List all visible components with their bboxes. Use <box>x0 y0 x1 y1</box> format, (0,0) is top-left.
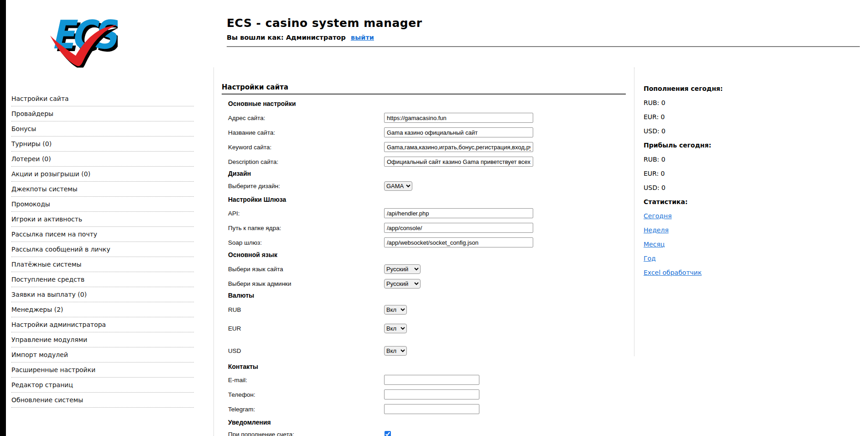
sidebar-item[interactable]: Поступление средств <box>11 272 194 287</box>
soap-label: Soap шлюз: <box>228 239 384 246</box>
sidebar-item[interactable]: Импорт модулей <box>11 347 194 362</box>
stats-link-excel[interactable]: Excel обработчик <box>644 269 702 276</box>
site-name-label: Название сайта: <box>228 129 384 136</box>
logged-in-label: Вы вошли как: Администратор <box>227 34 346 41</box>
usd-row: USD Вкл <box>228 346 407 356</box>
api-row: API: <box>228 208 533 218</box>
sidebar-item[interactable]: Игроки и активность <box>11 212 194 227</box>
section-language: Основной язык <box>228 250 277 260</box>
phone-label: Телефон: <box>228 391 384 398</box>
section-currencies: Валюты <box>228 290 254 300</box>
sidebar-item[interactable]: Настройки администратора <box>11 317 194 332</box>
logged-in-status: Вы вошли как: Администратор выйти <box>227 34 374 41</box>
usd-label: USD <box>228 347 384 354</box>
stats-link-today[interactable]: Сегодня <box>644 212 672 220</box>
sidebar-item[interactable]: Лотереи (0) <box>11 152 194 167</box>
notify-topup-checkbox[interactable] <box>385 431 391 436</box>
stats-panel: Пополнения сегодня: RUB: 0 EUR: 0 USD: 0… <box>644 85 835 283</box>
soap-row: Soap шлюз: <box>228 237 533 247</box>
section-title: Настройки сайта <box>222 83 288 91</box>
sidebar-item[interactable]: Рассылка сообщений в личку <box>11 242 194 257</box>
admin-page: ECS ECS ECS - casino system manager Вы в… <box>0 0 868 436</box>
sidebar-item[interactable]: Заявки на выплату (0) <box>11 287 194 302</box>
keyword-input[interactable] <box>384 142 533 152</box>
sidebar-item[interactable]: Рассылка писем на почту <box>11 227 194 242</box>
topups-header: Пополнения сегодня: <box>644 85 835 95</box>
section-basic-settings: Основные настройки <box>228 99 296 109</box>
site-address-row: Адрес сайта: <box>228 113 533 123</box>
sidebar-item[interactable]: Платёжные системы <box>11 257 194 272</box>
telegram-label: Telegram: <box>228 406 384 413</box>
sidebar-item[interactable]: Менеджеры (2) <box>11 302 194 317</box>
eur-row: EUR Вкл <box>228 323 407 333</box>
stats-header: Статистика: <box>644 198 835 208</box>
core-path-input[interactable] <box>384 223 533 233</box>
stats-link-month[interactable]: Месяц <box>644 241 665 248</box>
profit-header: Прибыль сегодня: <box>644 142 835 152</box>
site-name-row: Название сайта: <box>228 127 533 137</box>
api-label: API: <box>228 210 384 217</box>
email-label: E-mail: <box>228 377 384 383</box>
admin-lang-select[interactable]: Русский <box>384 279 421 289</box>
profit-usd: USD: 0 <box>644 184 835 194</box>
section-title-underline <box>222 94 626 95</box>
keyword-label: Keyword сайта: <box>228 144 384 151</box>
topup-rub: RUB: 0 <box>644 99 835 109</box>
description-label: Description сайта: <box>228 158 384 165</box>
main-stats-divider <box>634 68 634 356</box>
logout-link[interactable]: выйти <box>351 34 374 41</box>
profit-rub: RUB: 0 <box>644 156 835 166</box>
usd-select[interactable]: Вкл <box>384 346 407 356</box>
sidebar-menu: Настройки сайта Провайдеры Бонусы Турнир… <box>11 91 194 408</box>
notify-topup-row: При пополнение счета: <box>228 429 391 436</box>
design-select[interactable]: GAMA <box>384 181 412 191</box>
design-label: Выберите дизайн: <box>228 183 384 189</box>
core-path-row: Путь к папке ядра: <box>228 223 533 233</box>
site-lang-label: Выбери язык сайта <box>228 266 384 273</box>
sidebar-item[interactable]: Обновление системы <box>11 393 194 408</box>
notify-topup-label: При пополнение счета: <box>228 431 384 436</box>
site-lang-select[interactable]: Русский <box>384 264 421 274</box>
description-input[interactable] <box>384 157 533 167</box>
left-edge-strip <box>0 0 6 436</box>
rub-label: RUB <box>228 306 384 313</box>
phone-input[interactable] <box>384 389 479 399</box>
rub-row: RUB Вкл <box>228 305 407 315</box>
rub-select[interactable]: Вкл <box>384 305 407 315</box>
keyword-row: Keyword сайта: <box>228 142 533 152</box>
page-title: ECS - casino system manager <box>227 16 422 30</box>
ecs-logo[interactable]: ECS ECS <box>48 7 118 68</box>
sidebar-item[interactable]: Акции и розыгрыши (0) <box>11 167 194 182</box>
section-notifications: Уведомления <box>228 417 271 427</box>
sidebar-item[interactable]: Джекпоты системы <box>11 182 194 197</box>
sidebar-item[interactable]: Расширенные настройки <box>11 362 194 378</box>
email-input[interactable] <box>384 375 479 385</box>
sidebar-item[interactable]: Настройки сайта <box>11 91 194 106</box>
api-input[interactable] <box>384 208 533 218</box>
sidebar-item[interactable]: Редактор страниц <box>11 378 194 393</box>
eur-select[interactable]: Вкл <box>384 324 407 333</box>
section-design: Дизайн <box>228 168 251 179</box>
topup-usd: USD: 0 <box>644 127 835 137</box>
telegram-input[interactable] <box>384 404 479 414</box>
sidebar-main-divider <box>213 68 214 436</box>
sidebar-item[interactable]: Провайдеры <box>11 106 194 121</box>
sidebar-item[interactable]: Промокоды <box>11 197 194 212</box>
topup-eur: EUR: 0 <box>644 113 835 123</box>
soap-input[interactable] <box>384 237 533 247</box>
stats-link-week[interactable]: Неделя <box>644 226 669 234</box>
stats-link-year[interactable]: Год <box>644 255 656 262</box>
site-address-input[interactable] <box>384 113 533 123</box>
site-lang-row: Выбери язык сайта Русский <box>228 264 421 274</box>
description-row: Description сайта: <box>228 157 533 167</box>
design-row: Выберите дизайн: GAMA <box>228 181 412 191</box>
sidebar-item[interactable]: Управление модулями <box>11 332 194 347</box>
section-contacts: Контакты <box>228 362 258 372</box>
site-address-label: Адрес сайта: <box>228 115 384 121</box>
core-path-label: Путь к папке ядра: <box>228 225 384 231</box>
site-name-input[interactable] <box>384 127 533 137</box>
sidebar-item[interactable]: Турниры (0) <box>11 137 194 152</box>
sidebar-item[interactable]: Бонусы <box>11 121 194 137</box>
eur-label: EUR <box>228 325 384 332</box>
email-row: E-mail: <box>228 375 479 385</box>
